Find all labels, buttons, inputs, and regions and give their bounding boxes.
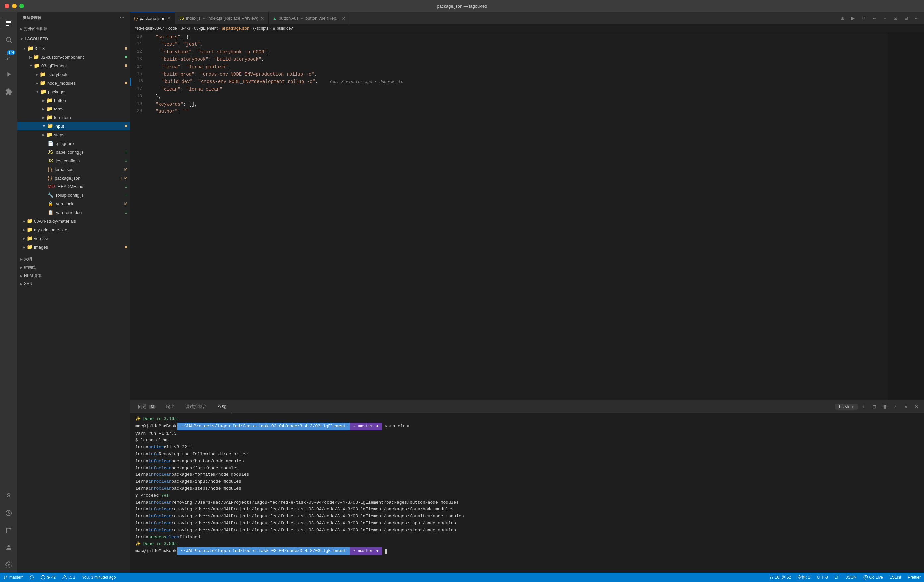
- breadcrumb-item[interactable]: code: [168, 26, 177, 31]
- tree-item-form[interactable]: ▶ 📁 form: [17, 104, 130, 113]
- tree-item-vue-ssr[interactable]: ▶ 📁 vue-ssr: [17, 234, 130, 243]
- sync-item[interactable]: [26, 573, 38, 582]
- eslint-item[interactable]: ESLint: [886, 573, 904, 582]
- breadcrumb-item[interactable]: 03-lgElement: [194, 26, 218, 31]
- remote-icon[interactable]: S: [1, 488, 16, 504]
- chevron-down-icon[interactable]: ∨: [901, 402, 911, 412]
- split-terminal-icon[interactable]: ⊟: [870, 402, 879, 412]
- git-graph-icon[interactable]: [1, 522, 16, 538]
- search-icon[interactable]: [1, 32, 16, 48]
- navigate-back-icon[interactable]: ←: [870, 13, 879, 23]
- add-terminal-icon[interactable]: +: [859, 402, 868, 412]
- tree-item-study[interactable]: ▶ 📁 03-04-study-materials: [17, 217, 130, 225]
- tree-item-package-json[interactable]: { } package.json 1, M: [17, 174, 130, 182]
- maximize-button[interactable]: [19, 4, 24, 8]
- tree-item-packages[interactable]: ▼ 📁 packages: [17, 87, 130, 96]
- panel-tab-label: 调试控制台: [185, 404, 207, 410]
- tree-label: vue-ssr: [34, 236, 48, 241]
- breadcrumb-item[interactable]: {} scripts: [253, 26, 268, 31]
- minimize-button[interactable]: [12, 4, 16, 8]
- language-item[interactable]: JSON: [843, 573, 860, 582]
- timeline-header[interactable]: ▶ 时间线: [17, 263, 130, 272]
- tree-item-node-modules[interactable]: ▶ 📁 node_modules: [17, 79, 130, 87]
- line-ending-item[interactable]: LF: [832, 573, 843, 582]
- tab-problems[interactable]: 问题 43: [133, 400, 161, 413]
- source-control-icon[interactable]: 174: [1, 49, 16, 65]
- cursor-position-item[interactable]: 行 16, 列 52: [766, 573, 794, 582]
- navigate-forward-icon[interactable]: →: [880, 13, 889, 23]
- terminal-content[interactable]: ✨ Done in 3.16s. mac@jaldeMacBook ~/JALP…: [130, 413, 924, 573]
- tree-item-jest[interactable]: JS jest.config.js U: [17, 156, 130, 165]
- open-preview-icon[interactable]: ⊡: [891, 13, 900, 23]
- spaces-item[interactable]: 空格: 2: [794, 573, 813, 582]
- prettier-item[interactable]: Prettier: [904, 573, 924, 582]
- tree-item-images[interactable]: ▶ 📁 images: [17, 243, 130, 251]
- tab-output[interactable]: 输出: [161, 400, 180, 413]
- explorer-icon[interactable]: [1, 15, 16, 31]
- tab-index-js[interactable]: JS index.js ↔ index.js (Replace Preview)…: [175, 12, 269, 24]
- tree-item-gridsome[interactable]: ▶ 📁 my-gridsome-site: [17, 225, 130, 234]
- terminal-text: lerna: [135, 499, 148, 506]
- toggle-panel-icon[interactable]: ⊟: [901, 13, 911, 23]
- extensions-icon[interactable]: [1, 84, 16, 99]
- errors-item[interactable]: ⊗ 42: [38, 573, 59, 582]
- tab-package-json[interactable]: { } package.json ✕: [130, 12, 175, 24]
- outline-header[interactable]: ▶ 大纲: [17, 255, 130, 263]
- open-editors-label: 打开的编辑器: [24, 26, 48, 31]
- warnings-item[interactable]: ⚠ 1: [59, 573, 79, 582]
- chevron-down-icon: ▼: [36, 90, 39, 94]
- git-info-item[interactable]: You, 3 minutes ago: [79, 573, 119, 582]
- npm-label: NPM 脚本: [24, 273, 42, 279]
- timeline-icon[interactable]: [1, 505, 16, 521]
- terminal-line: lerna info clean packages/input/node_mod…: [135, 478, 919, 485]
- tree-item-input[interactable]: ▼ 📁 input: [17, 122, 130, 131]
- revert-icon[interactable]: ↺: [859, 13, 868, 23]
- settings-icon[interactable]: [1, 557, 16, 573]
- tree-item-3-4-3[interactable]: ▼ 📁 3-4-3: [17, 44, 130, 53]
- svn-header[interactable]: ▶ SVN: [17, 280, 130, 287]
- tree-item-02-custom[interactable]: ▶ 📁 02-custom-component: [17, 53, 130, 61]
- trash-icon[interactable]: 🗑: [880, 402, 889, 412]
- git-branch-item[interactable]: master*: [0, 573, 26, 582]
- tab-button-vue[interactable]: ▲ button.vue ↔ button.vue (Rep... ✕: [269, 12, 350, 24]
- tree-item-button[interactable]: ▶ 📁 button: [17, 96, 130, 104]
- tab-close-icon[interactable]: ✕: [167, 16, 171, 21]
- tree-item-yarn-lock[interactable]: 🔒 yarn.lock M: [17, 199, 130, 208]
- account-icon[interactable]: [1, 539, 16, 556]
- tree-label: node_modules: [48, 81, 76, 86]
- tree-item-gitignore[interactable]: 📄 .gitignore: [17, 139, 130, 148]
- tab-close-icon[interactable]: ✕: [342, 16, 346, 21]
- chevron-up-icon[interactable]: ∧: [891, 402, 900, 412]
- breadcrumb-item[interactable]: ⊞ package.json: [221, 26, 249, 31]
- tree-item-storybook[interactable]: ▶ 📁 .storybook: [17, 70, 130, 79]
- play-icon[interactable]: ▶: [848, 13, 858, 23]
- go-live-item[interactable]: Go Live: [860, 573, 886, 582]
- tab-debug-console[interactable]: 调试控制台: [180, 400, 212, 413]
- tab-terminal[interactable]: 终端: [212, 400, 231, 413]
- tree-item-yarn-error[interactable]: 📋 yarn-error.log U: [17, 208, 130, 217]
- sidebar-more-icon[interactable]: ···: [120, 15, 125, 21]
- run-icon[interactable]: [1, 66, 16, 82]
- tree-item-readme[interactable]: MD README.md U: [17, 182, 130, 191]
- file-icon: 🔧: [48, 192, 53, 198]
- encoding-item[interactable]: UTF-8: [813, 573, 832, 582]
- split-editor-icon[interactable]: ⊞: [838, 13, 847, 23]
- breadcrumb-item[interactable]: ⊟ build:dev: [272, 26, 292, 31]
- close-panel-icon[interactable]: ✕: [912, 402, 921, 412]
- code-editor[interactable]: 10 "scripts": { 11 "test": "jest", 12 "s…: [130, 32, 888, 400]
- npm-header[interactable]: ▶ NPM 脚本: [17, 272, 130, 280]
- tree-item-formitem[interactable]: ▶ 📁 formitem: [17, 113, 130, 122]
- terminal-selector[interactable]: 1: zsh ▼: [835, 404, 858, 410]
- breadcrumb-item[interactable]: fed-e-task-03-04: [135, 26, 165, 31]
- close-button[interactable]: [5, 4, 9, 8]
- open-editors-header[interactable]: ▶ 打开的编辑器: [17, 25, 130, 33]
- tree-item-rollup[interactable]: 🔧 rollup.config.js U: [17, 191, 130, 199]
- tree-item-babel[interactable]: JS babel.config.js U: [17, 148, 130, 156]
- tree-item-03-lgElement[interactable]: ▼ 📁 03-lgElement: [17, 61, 130, 70]
- more-actions-icon[interactable]: ···: [912, 13, 921, 23]
- breadcrumb-item[interactable]: 3-4-3: [181, 26, 190, 31]
- root-header[interactable]: ▼ LAGOU-FED: [17, 35, 130, 43]
- tree-item-steps[interactable]: ▶ 📁 steps: [17, 131, 130, 139]
- tree-item-lerna[interactable]: { } lerna.json M: [17, 165, 130, 174]
- tab-close-icon[interactable]: ✕: [260, 16, 264, 21]
